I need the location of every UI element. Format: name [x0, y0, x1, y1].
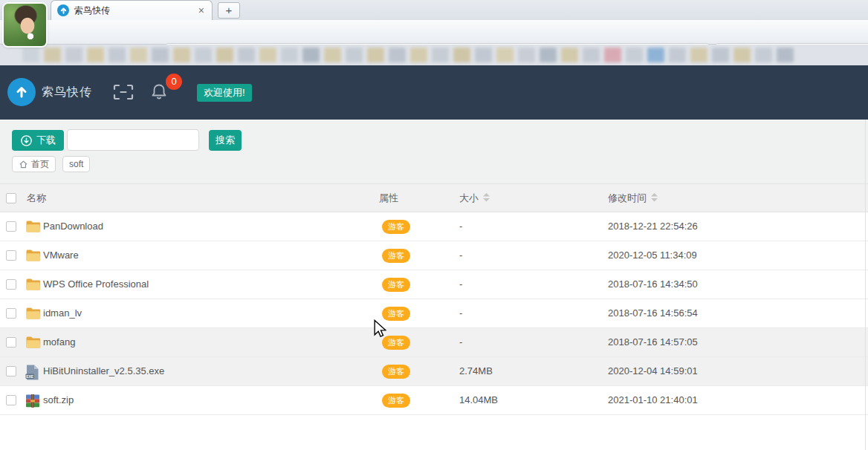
table-row[interactable]: soft.zip 游客 14.04MB 2021-01-10 21:40:01: [0, 386, 868, 415]
folder-icon: [25, 307, 41, 320]
mouse-cursor: [373, 319, 386, 339]
attr-badge: 游客: [382, 394, 410, 408]
file-name[interactable]: idman_lv: [43, 299, 82, 327]
row-checkbox[interactable]: [6, 221, 16, 232]
browser-tab-strip: 索鸟快传 × +: [0, 0, 868, 20]
page-content: 下载 搜索 首页 soft 名称 属性 大小 修改时间 PanDownload …: [0, 120, 868, 450]
file-name[interactable]: mofang: [43, 328, 75, 356]
file-modified-time: 2018-07-16 14:56:54: [608, 299, 698, 327]
attr-badge: 游客: [382, 278, 410, 292]
file-type-icon: [25, 220, 42, 235]
folder-icon: [25, 220, 41, 233]
file-type-icon: [25, 394, 42, 408]
column-header-name[interactable]: 名称: [27, 184, 46, 212]
file-list: PanDownload 游客 - 2018-12-21 22:54:26 VMw…: [0, 212, 868, 415]
table-row[interactable]: VMware 游客 - 2020-12-05 11:34:09: [0, 241, 868, 270]
download-circle-icon: [20, 134, 33, 147]
zip-archive-icon: [25, 394, 40, 408]
file-modified-time: 2020-12-04 14:59:01: [608, 357, 698, 385]
tab-close-icon[interactable]: ×: [197, 4, 206, 16]
file-size: -: [459, 212, 462, 241]
row-checkbox[interactable]: [6, 308, 16, 319]
column-header-attr[interactable]: 属性: [379, 184, 398, 212]
attr-badge: 游客: [382, 249, 410, 263]
new-tab-button[interactable]: +: [218, 2, 240, 19]
file-search-input[interactable]: [67, 129, 199, 151]
home-breadcrumb-icon: [19, 160, 28, 169]
table-row[interactable]: WPS Office Professional 游客 - 2018-07-16 …: [0, 270, 868, 299]
app-brand-title: 索鸟快传: [42, 65, 92, 120]
file-size: -: [459, 270, 462, 299]
column-header-modified[interactable]: 修改时间: [608, 184, 658, 212]
file-modified-time: 2021-01-10 21:40:01: [608, 386, 698, 414]
notification-bell-icon[interactable]: [150, 82, 168, 102]
file-modified-time: 2018-07-16 14:34:50: [608, 270, 698, 299]
file-type-icon: [25, 249, 42, 264]
breadcrumb-home[interactable]: 首页: [12, 156, 56, 172]
download-button-label: 下载: [36, 134, 56, 147]
file-type-icon: [25, 278, 42, 293]
row-checkbox[interactable]: [6, 395, 16, 405]
file-type-icon: [25, 307, 42, 322]
sort-modified-icon[interactable]: [651, 193, 658, 202]
notification-count-badge[interactable]: 0: [166, 74, 182, 90]
file-size: -: [459, 299, 462, 327]
breadcrumb: 首页 soft: [12, 156, 90, 172]
file-size: 2.74MB: [459, 357, 493, 385]
download-button[interactable]: 下载: [12, 130, 64, 151]
breadcrumb-home-label: 首页: [31, 158, 49, 171]
bookmarks-bar-blurred[interactable]: [0, 45, 868, 65]
file-type-icon: [25, 336, 42, 350]
table-row[interactable]: idman_lv 游客 - 2018-07-16 14:56:54: [0, 299, 868, 328]
file-name[interactable]: soft.zip: [43, 386, 74, 414]
attr-badge: 游客: [382, 220, 410, 234]
file-search-button[interactable]: 搜索: [209, 130, 242, 151]
file-modified-time: 2018-12-21 22:54:26: [608, 212, 698, 241]
file-size: 14.04MB: [459, 386, 498, 414]
app-header: 索鸟快传 0 欢迎使用!: [0, 65, 868, 120]
table-row[interactable]: mofang 游客 - 2018-07-16 14:57:05: [0, 328, 868, 357]
browser-navbar: http://192.168.193.245:8080/down?pid=195…: [0, 20, 868, 45]
sort-size-icon[interactable]: [483, 193, 490, 202]
file-modified-time: 2018-07-16 14:57:05: [608, 328, 698, 356]
table-row[interactable]: PanDownload 游客 - 2018-12-21 22:54:26: [0, 212, 868, 241]
tab-favicon-up-arrow-icon: [57, 4, 69, 16]
file-modified-time: 2020-12-05 11:34:09: [608, 241, 697, 270]
folder-icon: [25, 249, 41, 262]
folder-icon: [25, 336, 41, 349]
breadcrumb-current-label: soft: [69, 159, 83, 169]
table-header-row: 名称 属性 大小 修改时间: [0, 183, 868, 212]
svg-text:EXE: EXE: [26, 374, 34, 379]
file-table: 名称 属性 大小 修改时间 PanDownload 游客 - 2018-12-2…: [0, 183, 868, 450]
welcome-button[interactable]: 欢迎使用!: [197, 84, 252, 102]
breadcrumb-current-folder[interactable]: soft: [62, 156, 90, 172]
app-logo-up-arrow-icon[interactable]: [7, 78, 36, 106]
user-avatar[interactable]: [4, 4, 46, 46]
file-name[interactable]: WPS Office Professional: [43, 270, 149, 299]
attr-badge: 游客: [382, 365, 410, 379]
browser-tab[interactable]: 索鸟快传 ×: [51, 0, 213, 20]
row-checkbox[interactable]: [6, 250, 16, 261]
file-name[interactable]: HiBitUninstaller_v2.5.35.exe: [43, 357, 164, 385]
file-name[interactable]: VMware: [43, 241, 79, 270]
tab-title: 索鸟快传: [74, 4, 192, 17]
row-checkbox[interactable]: [6, 337, 16, 348]
bookmark-blocks: [22, 48, 794, 62]
right-edge-divider: [865, 120, 866, 450]
row-checkbox[interactable]: [6, 279, 16, 290]
column-header-size[interactable]: 大小: [459, 184, 490, 212]
scan-qr-icon[interactable]: [113, 84, 134, 100]
folder-icon: [25, 278, 41, 291]
row-checkbox[interactable]: [6, 366, 16, 376]
select-all-checkbox[interactable]: [6, 193, 16, 203]
table-row[interactable]: EXE HiBitUninstaller_v2.5.35.exe 游客 2.74…: [0, 357, 868, 386]
file-size: -: [459, 328, 462, 356]
file-type-icon: EXE: [25, 365, 42, 379]
exe-file-icon: EXE: [25, 365, 39, 380]
file-size: -: [459, 241, 462, 270]
file-name[interactable]: PanDownload: [43, 212, 103, 241]
